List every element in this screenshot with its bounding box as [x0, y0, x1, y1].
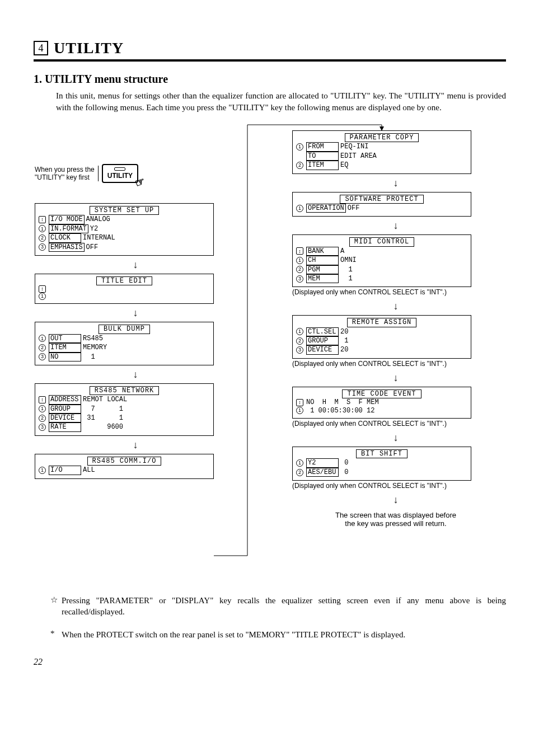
chapter-header: 4 UTILITY: [34, 39, 506, 62]
row-index-icon: 2: [39, 344, 46, 351]
screen-note: (Displayed only when CONTROL SELECT is "…: [292, 360, 499, 368]
lcd-screen: TITLE EDIT↕1: [35, 274, 214, 304]
screen-row: 2PGM 1: [296, 265, 467, 274]
row-index-icon: 3: [296, 275, 303, 283]
field-label: GROUP: [306, 336, 339, 345]
field-label: OUT: [49, 334, 81, 343]
lcd-screen: SYSTEM SET UP↕I/O MODEANALOG1IN.FORMATY2…: [35, 203, 214, 256]
screen-row: 2AES/EBU 0: [296, 468, 467, 477]
row-index-icon: 1: [296, 407, 303, 414]
lcd-screen: MIDI CONTROL↕BANKA1CHOMNI2PGM 13MEM 1: [292, 234, 471, 287]
page-number: 22: [34, 657, 506, 667]
lcd-screen: SOFTWARE PROTECT1OPERATIONOFF: [292, 192, 471, 217]
field-value: 31 1: [83, 414, 123, 422]
screen-row: 1CHOMNI: [296, 256, 467, 265]
screen-note: (Displayed only when CONTROL SELECT is "…: [292, 420, 499, 428]
field-value: OFF: [348, 204, 360, 212]
screen-row: 2GROUP 1: [296, 336, 467, 345]
screen-title: BIT SHIFT: [296, 449, 467, 458]
screen-title: REMOTE ASSIGN: [296, 318, 467, 327]
screen-row: 1OPERATIONOFF: [296, 204, 467, 213]
footnote-mark: *: [50, 629, 62, 640]
screen-row: 1OUTRS485: [39, 334, 210, 343]
flow-arrow: ↓: [292, 369, 499, 387]
key-instruction: When you press the "UTILITY" key first: [35, 166, 99, 182]
screen-row: 3DEVICE20: [296, 345, 467, 354]
field-value: ALL: [83, 466, 95, 474]
row-index-icon: 3: [39, 424, 46, 431]
flow-arrow: ↓: [292, 429, 499, 447]
field-value: A: [340, 247, 344, 255]
field-value: MEMORY: [83, 344, 107, 351]
footnote-mark: ☆: [50, 595, 62, 618]
field-value: EDIT AREA: [340, 152, 377, 160]
flow-arrow: ↓: [292, 217, 499, 234]
screen-row: 3MEM 1: [296, 274, 467, 283]
screen-row: 1IN.FORMATY2: [39, 224, 210, 233]
screen-row: 1I/OALL: [39, 466, 210, 475]
field-value: 1: [340, 337, 348, 345]
row-index-icon: ↕: [296, 247, 303, 255]
lcd-screen: RS485 NETWORK↕ADDRESSREMOT LOCAL1GROUP 7…: [35, 383, 214, 436]
row-index-icon: 3: [296, 346, 303, 354]
footnote: *When the PROTECT switch on the rear pan…: [50, 629, 506, 640]
chapter-number: 4: [34, 41, 48, 55]
screen-row: 1CTL.SEL20: [296, 327, 467, 336]
row-index-icon: 1: [39, 225, 46, 232]
field-value: Y2: [90, 225, 98, 233]
field-label: CTL.SEL: [306, 327, 339, 336]
screen-row: 2ITEMMEMORY: [39, 343, 210, 352]
field-label: DEVICE: [49, 414, 81, 422]
manual-page: 4 UTILITY 1. UTILITY menu structure In t…: [0, 0, 534, 689]
row-index-icon: 1: [39, 335, 46, 342]
screen-title: RS485 COMM.I/O: [39, 457, 210, 466]
screen-title: RS485 NETWORK: [39, 386, 210, 395]
field-value: 20: [340, 328, 348, 336]
row-index-icon: 3: [39, 353, 46, 360]
field-label: NO: [49, 353, 81, 361]
screen-row: 3RATE 9600: [39, 422, 210, 431]
field-value: OMNI: [340, 256, 357, 264]
screen-row: ↕I/O MODEANALOG: [39, 215, 210, 224]
field-label: Y2: [306, 458, 339, 467]
flow-arrow: ↓: [35, 256, 236, 274]
screen-title: SYSTEM SET UP: [39, 206, 210, 215]
screen-row: 3NO 1: [39, 353, 210, 361]
field-label: I/O MODE: [49, 215, 85, 224]
screen-title: TIME CODE EVENT: [296, 389, 467, 398]
field-label: I/O: [49, 466, 81, 475]
screen-row: 2CLOCKINTERNAL: [39, 233, 210, 242]
row-index-icon: 3: [39, 243, 46, 251]
row-index-icon: 1: [296, 143, 303, 151]
footnote-text: When the PROTECT switch on the rear pane…: [62, 629, 506, 640]
screen-title: SOFTWARE PROTECT: [296, 195, 467, 204]
screen-title: BULK DUMP: [39, 325, 210, 334]
field-value: 0: [340, 468, 348, 476]
screen-row: 1Y2 0: [296, 458, 467, 467]
field-value: 20: [340, 346, 348, 354]
field-label: PGM: [306, 265, 339, 274]
screen-note: (Displayed only when CONTROL SELECT is "…: [292, 288, 499, 296]
row-index-icon: 1: [296, 459, 303, 467]
field-label: MEM: [306, 274, 339, 283]
field-label: CLOCK: [49, 233, 81, 242]
row-index-icon: 1: [296, 257, 303, 264]
field-label: ADDRESS: [49, 395, 81, 404]
return-text: The screen that was displayed before the…: [292, 511, 499, 528]
screen-row: ↕ADDRESSREMOT LOCAL: [39, 395, 210, 404]
flow-arrow: ↓: [35, 436, 236, 454]
left-column: When you press the "UTILITY" key first U…: [35, 119, 236, 479]
lcd-screen: BULK DUMP1OUTRS4852ITEMMEMORY3NO 1: [35, 322, 214, 365]
row-index-icon: 1: [296, 205, 303, 212]
screen-row: 2DEVICE 31 1: [39, 414, 210, 422]
field-label: TO: [306, 152, 339, 161]
field-value: RS485: [83, 335, 103, 342]
row-index-icon: ↕: [39, 216, 46, 223]
row-index-icon: ↕: [296, 399, 303, 406]
field-label: BANK: [306, 247, 339, 256]
screen-title: PARAMETER COPY: [296, 133, 467, 142]
field-value: 1: [83, 353, 95, 361]
field-value: 1: [340, 266, 353, 274]
field-label: CH: [306, 256, 339, 265]
row-index-icon: 1: [39, 405, 46, 412]
